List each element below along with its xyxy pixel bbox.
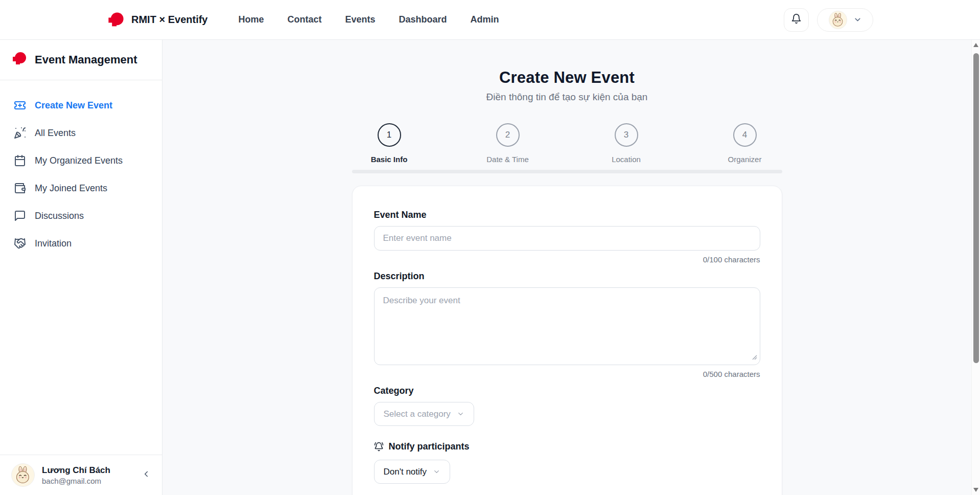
sidebar-user-footer: Lương Chí Bách bach@gmail.com: [0, 455, 162, 495]
sidebar-item-create-new-event[interactable]: Create New Event: [0, 92, 162, 119]
notify-select[interactable]: Don't notify: [374, 460, 451, 484]
chevron-down-icon: [433, 468, 440, 476]
chevron-down-icon: [457, 410, 464, 418]
message-square-icon: [14, 210, 26, 222]
nav-link-home[interactable]: Home: [238, 14, 264, 25]
chevron-left-icon: [142, 469, 151, 481]
step-label: Basic Info: [371, 155, 408, 164]
sidebar-item-discussions[interactable]: Discussions: [0, 202, 162, 230]
nav-link-admin[interactable]: Admin: [471, 14, 499, 25]
description-textarea[interactable]: [374, 287, 760, 365]
ticket-plus-icon: [14, 99, 26, 111]
step-circle: 3: [615, 123, 638, 147]
scroll-up-arrow[interactable]: [973, 43, 978, 47]
sidebar-item-label: Create New Event: [35, 100, 112, 111]
brand[interactable]: RMIT × Eventify: [107, 11, 207, 29]
notify-select-value: Don't notify: [384, 467, 427, 477]
sidebar-item-label: My Joined Events: [35, 183, 107, 194]
step-label: Organizer: [728, 155, 762, 164]
nav-link-contact[interactable]: Contact: [288, 14, 322, 25]
rmit-logo-icon: [11, 51, 28, 69]
calendar-icon: [14, 154, 26, 167]
sidebar: Event Management Create New Event: [0, 40, 162, 495]
stepper: 1 Basic Info 2 Date & Time 3 Location 4 …: [352, 123, 782, 164]
sidebar-item-label: Discussions: [35, 211, 84, 221]
sidebar-header: Event Management: [0, 40, 162, 80]
sidebar-item-label: All Events: [35, 128, 76, 139]
sidebar-collapse-button[interactable]: [142, 469, 151, 481]
step-circle: 1: [378, 123, 401, 147]
description-label: Description: [374, 271, 760, 282]
main-panel: Create New Event Điền thông tin để tạo s…: [162, 40, 971, 495]
wallet-icon: [14, 182, 26, 194]
event-form-card: Event Name 0/100 characters Description …: [352, 186, 782, 495]
vertical-scrollbar[interactable]: [971, 40, 980, 495]
step-label: Location: [612, 155, 641, 164]
scrollbar-thumb[interactable]: [973, 53, 979, 363]
bell-ring-icon: [374, 442, 384, 452]
category-label: Category: [374, 386, 760, 396]
step-basic-info: 1 Basic Info: [356, 123, 423, 164]
user-name: Lương Chí Bách: [42, 465, 110, 476]
notify-participants-label: Notify participants: [389, 441, 470, 452]
step-circle: 2: [496, 123, 520, 147]
event-name-label: Event Name: [374, 210, 760, 220]
sidebar-item-my-organized-events[interactable]: My Organized Events: [0, 147, 162, 174]
user-avatar: [829, 11, 847, 29]
event-name-input[interactable]: [374, 226, 760, 251]
party-popper-icon: [14, 127, 26, 139]
resize-handle-icon[interactable]: [752, 353, 757, 362]
sidebar-title: Event Management: [35, 53, 137, 66]
step-location: 3 Location: [593, 123, 660, 164]
handshake-icon: [14, 237, 26, 250]
user-avatar: [11, 463, 35, 487]
step-organizer: 4 Organizer: [712, 123, 778, 164]
stepper-progress-track: [352, 170, 782, 173]
event-name-counter: 0/100 characters: [374, 255, 760, 264]
sidebar-item-label: Invitation: [35, 238, 72, 249]
sidebar-nav: Create New Event All Events: [0, 80, 162, 455]
bell-icon: [791, 13, 802, 26]
category-select[interactable]: Select a category: [374, 402, 474, 426]
notify-participants-heading: Notify participants: [374, 441, 760, 452]
chevron-down-icon: [853, 15, 862, 24]
scroll-down-arrow[interactable]: [973, 488, 978, 492]
page-subtitle: Điền thông tin để tạo sự kiện của bạn: [352, 92, 782, 103]
sidebar-item-label: My Organized Events: [35, 155, 123, 166]
sidebar-item-all-events[interactable]: All Events: [0, 119, 162, 147]
top-navbar: RMIT × Eventify Home Contact Events Dash…: [0, 0, 980, 40]
step-label: Date & Time: [486, 155, 529, 164]
step-date-time: 2 Date & Time: [475, 123, 541, 164]
nav-link-events[interactable]: Events: [345, 14, 376, 25]
description-counter: 0/500 characters: [374, 370, 760, 378]
nav-links: Home Contact Events Dashboard Admin: [238, 14, 499, 25]
user-email: bach@gmail.com: [42, 477, 110, 485]
nav-link-dashboard[interactable]: Dashboard: [399, 14, 447, 25]
step-circle: 4: [733, 123, 757, 147]
user-menu-button[interactable]: [817, 8, 873, 32]
notifications-button[interactable]: [784, 8, 809, 32]
rmit-logo-icon: [107, 11, 125, 29]
category-select-value: Select a category: [384, 409, 451, 419]
brand-title: RMIT × Eventify: [131, 14, 207, 26]
page-title: Create New Event: [352, 69, 782, 87]
sidebar-item-my-joined-events[interactable]: My Joined Events: [0, 174, 162, 202]
sidebar-item-invitation[interactable]: Invitation: [0, 230, 162, 257]
